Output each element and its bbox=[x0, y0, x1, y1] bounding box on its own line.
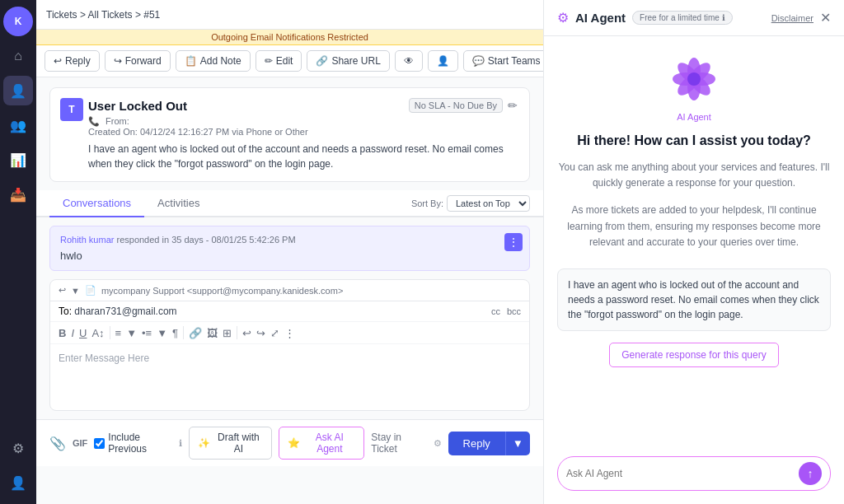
ai-badge: Free for a limited time ℹ bbox=[632, 11, 733, 25]
ai-close-button[interactable]: ✕ bbox=[820, 10, 831, 26]
table-button[interactable]: ⊞ bbox=[223, 327, 232, 339]
note-icon: 📋 bbox=[185, 55, 197, 67]
left-navigation: K ⌂ 👤 👥 📊 📥 ⚙ 👤 bbox=[0, 0, 36, 504]
stay-in-ticket-label: Stay in Ticket bbox=[371, 432, 426, 455]
gif-button[interactable]: GIF bbox=[73, 438, 87, 448]
user-icon[interactable]: 👤 bbox=[3, 468, 33, 497]
reply-icon: ↩ bbox=[54, 55, 62, 67]
created-value: 04/12/24 12:16:27 PM via Phone or Other bbox=[140, 127, 308, 137]
divider2 bbox=[183, 326, 184, 339]
image-button[interactable]: 🖼 bbox=[207, 327, 218, 339]
sort-label: Sort By: bbox=[411, 198, 443, 208]
tabs-row: Conversations Activities Sort By: Latest… bbox=[36, 190, 543, 217]
ticket-toolbar: ↩ Reply ↪ Forward 📋 Add Note ✏ Edit 🔗 Sh… bbox=[36, 45, 543, 77]
list-dropdown-icon[interactable]: ▼ bbox=[126, 327, 137, 339]
divider1 bbox=[110, 326, 110, 339]
reply-back-icon: ↩ bbox=[59, 285, 66, 296]
settings-icon[interactable]: ⚙ bbox=[3, 433, 33, 463]
ai-logo-label: AI Agent bbox=[677, 112, 711, 122]
start-teams-chat-button[interactable]: 💬 Start Teams $ Chat bbox=[463, 50, 543, 72]
more-editor-button[interactable]: ⋮ bbox=[284, 327, 295, 339]
undo-button[interactable]: ↩ bbox=[242, 327, 251, 339]
team-icon[interactable]: 👥 bbox=[3, 110, 33, 140]
reports-icon[interactable]: 📊 bbox=[3, 145, 33, 175]
link-button[interactable]: 🔗 bbox=[189, 327, 202, 339]
forward-icon: ↪ bbox=[114, 55, 122, 67]
main-content: Tickets > All Tickets > #51 Outgoing Ema… bbox=[36, 0, 543, 504]
unordered-list-button[interactable]: •≡ bbox=[142, 327, 152, 339]
view-button[interactable]: 👁 bbox=[395, 50, 423, 72]
sla-badge: No SLA - No Due By bbox=[409, 98, 503, 113]
text-size-button[interactable]: A↕ bbox=[91, 327, 104, 339]
ticket-header-card: T User Locked Out No SLA - No Due By ✏ 📞… bbox=[49, 87, 530, 182]
sort-select[interactable]: Latest on Top bbox=[447, 195, 530, 212]
notification-banner: Outgoing Email Notifications Restricted bbox=[36, 30, 543, 45]
ai-panel-body: AI Agent Hi there! How can I assist you … bbox=[544, 36, 844, 456]
redo-button[interactable]: ↪ bbox=[256, 327, 265, 339]
ai-send-button[interactable]: ↑ bbox=[799, 462, 822, 485]
message-sender: Rohith kumar bbox=[60, 235, 114, 245]
edit-button[interactable]: ✏ Edit bbox=[256, 50, 302, 72]
editor-body[interactable]: Enter Message Here bbox=[50, 344, 529, 410]
info-badge-icon: ℹ bbox=[722, 13, 725, 22]
ai-greeting: Hi there! How can I assist you today? bbox=[577, 133, 811, 148]
add-note-button[interactable]: 📋 Add Note bbox=[176, 50, 251, 72]
italic-button[interactable]: I bbox=[71, 327, 74, 339]
ai-panel-title: AI Agent bbox=[575, 11, 626, 25]
message-action-button[interactable]: ⋮ bbox=[504, 233, 523, 251]
to-value: dharan731@gmail.com bbox=[74, 306, 176, 317]
tab-conversations[interactable]: Conversations bbox=[49, 190, 144, 217]
ai-agent-input[interactable] bbox=[566, 468, 792, 479]
contacts-icon[interactable]: 👤 bbox=[3, 76, 33, 105]
ordered-list-button[interactable]: ≡ bbox=[115, 327, 122, 339]
ticket-body: I have an agent who is locked out of the… bbox=[88, 142, 518, 171]
ticket-avatar: T bbox=[60, 98, 83, 121]
reply-dropdown-button[interactable]: ▼ bbox=[505, 432, 530, 455]
send-reply-button[interactable]: Reply bbox=[448, 432, 505, 455]
stay-in-ticket-icon: ⚙ bbox=[434, 438, 442, 449]
generate-response-button[interactable]: Generate response for this query bbox=[609, 343, 778, 367]
expand-button[interactable]: ⤢ bbox=[270, 327, 279, 339]
from-icon: 📄 bbox=[85, 285, 96, 296]
ai-disclaimer-link[interactable]: Disclaimer bbox=[771, 13, 814, 23]
assign-button[interactable]: 👤 bbox=[428, 50, 458, 72]
svg-point-8 bbox=[687, 72, 701, 86]
bold-button[interactable]: B bbox=[59, 327, 66, 339]
list-dropdown2-icon[interactable]: ▼ bbox=[157, 327, 167, 339]
ai-desc1: You can ask me anything about your servi… bbox=[557, 160, 831, 191]
person-icon: 👤 bbox=[437, 55, 449, 67]
ai-query-box: I have an agent who is locked out of the… bbox=[557, 268, 831, 331]
ai-desc2: As more tickets are added to your helpde… bbox=[557, 203, 831, 250]
tab-activities[interactable]: Activities bbox=[144, 190, 213, 217]
paragraph-button[interactable]: ¶ bbox=[172, 327, 178, 339]
ai-logo-container: AI Agent bbox=[668, 53, 720, 122]
bcc-button[interactable]: bcc bbox=[507, 306, 521, 316]
home-icon[interactable]: ⌂ bbox=[3, 41, 33, 71]
include-previous-checkbox[interactable] bbox=[94, 438, 105, 449]
edit-icon: ✏ bbox=[265, 55, 273, 67]
attach-button[interactable]: 📎 bbox=[49, 436, 66, 451]
reply-button[interactable]: ↩ Reply bbox=[45, 50, 100, 72]
magic-icon: ✨ bbox=[198, 437, 210, 449]
ai-panel: ⚙ AI Agent Free for a limited time ℹ Dis… bbox=[543, 0, 844, 504]
forward-button[interactable]: ↪ Forward bbox=[105, 50, 171, 72]
underline-button[interactable]: U bbox=[79, 327, 87, 339]
breadcrumb-bar: Tickets > All Tickets > #51 bbox=[36, 0, 543, 30]
created-label: Created On: bbox=[88, 127, 138, 137]
ask-ai-agent-button[interactable]: ⭐ Ask AI Agent bbox=[279, 427, 364, 460]
share-url-button[interactable]: 🔗 Share URL bbox=[307, 50, 389, 72]
include-previous-label: Include Previous ℹ bbox=[94, 432, 182, 455]
reply-editor: ↩ ▼ 📄 mycompany Support <support@mycompa… bbox=[49, 279, 530, 411]
inbox-icon[interactable]: 📥 bbox=[3, 180, 33, 209]
reply-button-group: Reply ▼ bbox=[448, 432, 530, 455]
ai-gear-icon: ⚙ bbox=[557, 10, 569, 26]
from-label: From: bbox=[106, 116, 129, 126]
draft-with-ai-button[interactable]: ✨ Draft with AI bbox=[189, 427, 272, 460]
message-response-info: responded in 35 days - 08/01/25 5:42:26 … bbox=[116, 235, 295, 245]
cc-button[interactable]: cc bbox=[491, 306, 500, 316]
message-card: Rohith kumar responded in 35 days - 08/0… bbox=[49, 226, 530, 271]
bottom-bar: 📎 GIF Include Previous ℹ ✨ Draft with AI… bbox=[36, 419, 543, 466]
divider3 bbox=[237, 326, 237, 339]
logo-icon[interactable]: K bbox=[3, 7, 33, 36]
edit-ticket-icon[interactable]: ✏ bbox=[508, 99, 518, 112]
